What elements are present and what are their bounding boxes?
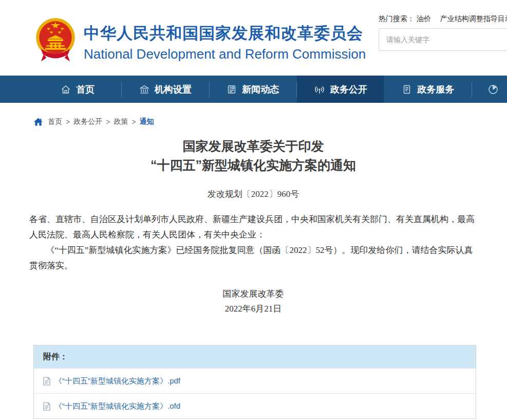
hot-search-bar: 热门搜索： 油价 产业结构调整指导目录 [379,14,507,24]
article-title: 国家发展改革委关于印发 “十四五”新型城镇化实施方案的通知 [29,137,477,175]
attachment-row[interactable]: 《“十四五”新型城镇化实施方案》.pdf [34,368,476,393]
nav-item-news[interactable]: 新闻动态 [209,76,297,103]
breadcrumb-item-policy[interactable]: 政策 [114,117,128,126]
site-title-zh: 中华人民共和国国家发展和改革委员会 [84,23,366,44]
article-title-line2: “十四五”新型城镇化实施方案的通知 [151,158,356,172]
hot-search-label: 热门搜索： [379,14,415,23]
search-box [379,28,507,51]
document-icon [43,377,50,386]
article-body: 各省、直辖市、自治区及计划单列市人民政府、新疆生产建设兵团，中央和国家机关有关部… [29,212,477,273]
signature-date: 2022年6月21日 [29,301,477,316]
breadcrumb-item-notice: 通知 [140,117,154,126]
document-icon [43,402,50,411]
breadcrumb: 首页 > 政务公开 > 政策 > 通知 [0,103,507,128]
nav-item-data[interactable] [472,76,507,103]
nav-item-label: 新闻动态 [242,83,279,96]
site-brand: 中华人民共和国国家发展和改革委员会 National Development a… [84,23,366,62]
nav-item-label: 首页 [76,83,95,96]
article-paragraph: 各省、直辖市、自治区及计划单列市人民政府、新疆生产建设兵团，中央和国家机关有关部… [29,212,477,243]
document-number: 发改规划〔2022〕960号 [29,188,477,200]
attachments-title: 附件： [34,345,476,368]
breadcrumb-item-home[interactable]: 首页 [48,117,62,126]
nav-item-home[interactable]: 首页 [34,76,122,103]
pie-chart-icon [487,84,499,95]
signature-issuer: 国家发展改革委 [29,286,477,301]
nav-item-gov-service[interactable]: 政务服务 [384,76,472,103]
breadcrumb-separator: > [106,118,110,126]
article-title-line1: 国家发展改革委关于印发 [183,139,324,153]
file-icon [402,84,412,95]
article: 国家发展改革委关于印发 “十四五”新型城镇化实施方案的通知 发改规划〔2022〕… [29,137,477,316]
attachment-row[interactable]: 《“十四五”新型城镇化实施方案》.ofd [34,393,476,418]
hot-search-link-catalog[interactable]: 产业结构调整指导目录 [440,14,507,23]
search-input[interactable] [379,29,507,50]
page: 中华人民共和国国家发展和改革委员会 National Development a… [0,0,507,420]
breadcrumb-separator: > [132,118,136,126]
nav-item-label: 政务公开 [330,83,367,96]
nav-item-org[interactable]: 机构设置 [122,76,210,103]
attachment-link-ofd[interactable]: 《“十四五”新型城镇化实施方案》.ofd [54,401,180,411]
attachments-panel: 附件： 《“十四五”新型城镇化实施方案》.pdf 《“十四五”新型城镇化实施方案… [33,345,476,419]
breadcrumb-separator: > [66,118,70,126]
attachment-link-pdf[interactable]: 《“十四五”新型城镇化实施方案》.pdf [54,376,180,386]
nav-item-gov-info[interactable]: 政务公开 [297,76,385,103]
nav-item-label: 政务服务 [417,83,454,96]
bank-icon [139,84,149,95]
broadcast-icon [314,84,325,95]
national-emblem-logo [33,16,78,66]
site-header: 中华人民共和国国家发展和改革委员会 National Development a… [0,0,507,76]
article-paragraph: 《“十四五”新型城镇化实施方案》已经国务院批复同意（国函〔2022〕52号）。现… [29,243,477,273]
news-icon [227,84,237,95]
hot-search-link-oil[interactable]: 油价 [417,14,431,23]
home-icon [61,84,71,95]
site-title-en: National Development and Reform Commissi… [84,46,366,62]
breadcrumb-item-gov-info[interactable]: 政务公开 [73,117,102,126]
nav-item-label: 机构设置 [155,83,192,96]
signature-block: 国家发展改革委 2022年6月21日 [29,286,477,316]
breadcrumb-home-icon [34,118,43,126]
main-nav: 首页 机构设置 新闻动态 政务公开 [0,76,507,103]
